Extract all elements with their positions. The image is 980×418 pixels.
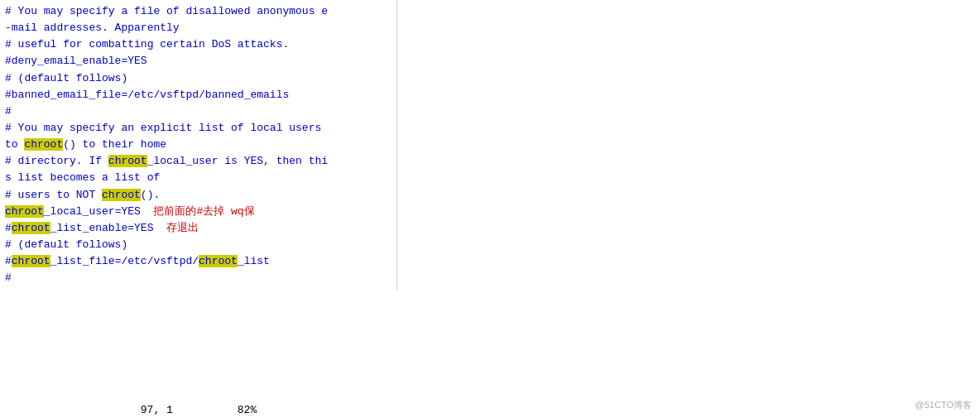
highlight-chroot: chroot <box>12 222 50 234</box>
highlight-chroot: chroot <box>108 155 147 167</box>
code-line: to chroot() to their home <box>5 137 392 153</box>
code-line: #deny_email_enable=YES <box>5 53 392 70</box>
code-line: #chroot_list_enable=YES 存退出 <box>5 220 392 237</box>
code-line: # (default follows) <box>5 237 392 253</box>
code-line: # users to NOT chroot(). <box>5 187 392 204</box>
watermark: @51CTO博客 <box>915 399 972 411</box>
code-line: # directory. If chroot_local_user is YES… <box>5 153 392 170</box>
code-line: s list becomes a list of <box>5 170 392 186</box>
code-line: #chroot_list_file=/etc/vsftpd/chroot_lis… <box>5 253 392 270</box>
highlight-chroot: chroot <box>5 205 44 218</box>
code-line: #banned_email_file=/etc/vsftpd/banned_em… <box>5 87 392 103</box>
highlight-chroot: chroot <box>24 138 63 151</box>
highlight-chroot: chroot <box>102 189 141 201</box>
annotation-text: 把前面的#去掉 wq保 <box>153 205 254 218</box>
code-line: # useful for combatting certain DoS atta… <box>5 36 392 53</box>
code-line: chroot_local_user=YES 把前面的#去掉 wq保 <box>5 204 392 220</box>
code-line: # <box>5 270 392 286</box>
code-line: # You may specify a file of disallowed a… <box>5 3 392 20</box>
status-bar: 97, 1 82% <box>0 402 397 418</box>
editor-area: # You may specify a file of disallowed a… <box>0 0 397 290</box>
code-line: # You may specify an explicit list of lo… <box>5 120 392 137</box>
highlight-chroot: chroot <box>199 255 238 267</box>
cursor-position: 97, 1 <box>141 404 173 416</box>
annotation-text: 存退出 <box>166 222 199 234</box>
highlight-chroot: chroot <box>12 255 50 267</box>
code-line: # (default follows) <box>5 70 392 87</box>
code-line: -mail addresses. Apparently <box>5 20 392 36</box>
scroll-percent: 82% <box>238 404 257 416</box>
code-line: # <box>5 103 392 120</box>
